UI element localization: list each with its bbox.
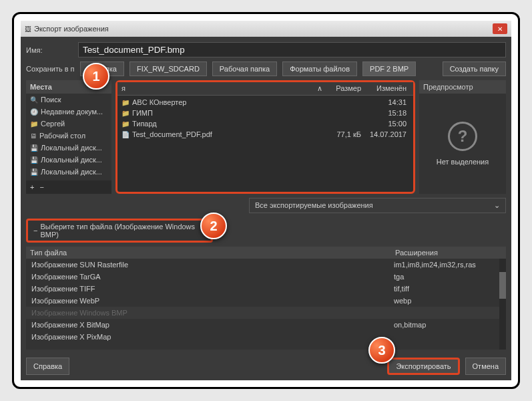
column-size[interactable]: Размер bbox=[322, 84, 361, 93]
place-item[interactable]: 📁Сергей bbox=[26, 118, 111, 130]
file-size bbox=[322, 98, 361, 106]
file-name: ГИМП bbox=[132, 109, 153, 117]
annotation-marker-2: 2 bbox=[200, 213, 227, 239]
file-row[interactable]: 📁Типард15:00 bbox=[117, 118, 413, 129]
save-in-label: Сохранить в п bbox=[26, 65, 75, 73]
place-icon: 💾 bbox=[30, 144, 38, 152]
filetype-row[interactable]: Изображение WebPwebp bbox=[26, 295, 506, 307]
file-modified: 15:18 bbox=[361, 109, 409, 117]
remove-place-button[interactable]: − bbox=[39, 183, 43, 191]
type-name: Изображение TarGA bbox=[31, 273, 394, 281]
filetype-row[interactable]: Изображение Windows BMP bbox=[26, 307, 506, 319]
file-modified: 14.07.2017 bbox=[361, 130, 409, 138]
app-icon: 🖼 bbox=[25, 25, 31, 33]
file-size: 77,1 кБ bbox=[322, 130, 361, 138]
preview-panel: Предпросмотр ? Нет выделения bbox=[419, 80, 506, 194]
type-ext bbox=[394, 333, 501, 341]
type-ext: on,bitmap bbox=[394, 321, 501, 329]
question-icon: ? bbox=[448, 122, 477, 151]
type-name: Изображение TIFF bbox=[31, 285, 394, 293]
path-segment[interactable]: FIX_RW_SDCARD bbox=[129, 61, 207, 76]
file-size bbox=[322, 109, 361, 117]
annotation-marker-3: 3 bbox=[368, 337, 395, 364]
window-title: Экспорт изображения bbox=[34, 25, 109, 33]
name-label: Имя: bbox=[26, 46, 73, 54]
place-icon: 🔍 bbox=[30, 96, 38, 104]
place-item[interactable]: 💾Локальный диск... bbox=[26, 166, 111, 178]
column-modified[interactable]: Изменён bbox=[361, 84, 409, 93]
annotation-marker-1: 1 bbox=[83, 63, 109, 90]
file-modified: 15:00 bbox=[361, 120, 409, 128]
scrollbar[interactable] bbox=[499, 259, 506, 350]
type-name: Изображение X PixMap bbox=[31, 333, 394, 341]
type-name: Изображение Windows BMP bbox=[31, 309, 394, 317]
filetype-row[interactable]: Изображение X PixMap bbox=[26, 331, 506, 343]
preview-header: Предпросмотр bbox=[419, 80, 506, 94]
file-row[interactable]: 📁ГИМП15:18 bbox=[117, 108, 413, 118]
place-label: Локальный диск... bbox=[41, 168, 102, 176]
place-item[interactable]: 🖥Рабочий стол bbox=[26, 130, 111, 142]
filetype-row[interactable]: Изображение TIFFtif,tiff bbox=[26, 283, 506, 295]
place-icon: 💾 bbox=[30, 156, 38, 164]
place-icon: 💿 bbox=[30, 180, 38, 181]
type-column-ext[interactable]: Расширения bbox=[395, 249, 502, 257]
type-ext bbox=[394, 309, 501, 317]
cancel-button[interactable]: Отмена bbox=[465, 358, 506, 375]
place-label: Недавние докум... bbox=[41, 108, 103, 116]
type-ext: webp bbox=[394, 297, 501, 305]
place-item[interactable]: 💾Локальный диск... bbox=[26, 142, 111, 154]
titlebar: 🖼 Экспорт изображения ✕ bbox=[21, 21, 511, 37]
file-browser: я ∧ Размер Изменён 📁ABC КОнвертер14:31📁Г… bbox=[115, 80, 415, 194]
place-label: Локальный диск... bbox=[41, 156, 102, 164]
filetype-row[interactable]: Изображение X BitMapon,bitmap bbox=[26, 319, 506, 331]
type-ext: tif,tiff bbox=[394, 285, 501, 293]
file-name: Типард bbox=[132, 120, 157, 128]
chevron-down-icon: ⌄ bbox=[494, 201, 500, 210]
filetype-expander[interactable]: − Выберите тип файла (Изображение Window… bbox=[26, 219, 213, 243]
path-segment[interactable]: Рабочая папка bbox=[212, 61, 277, 76]
filetype-row[interactable]: Изображение SUN Rasterfileim1,im8,im24,i… bbox=[26, 259, 506, 271]
help-button[interactable]: Справка bbox=[26, 358, 69, 375]
file-name: Test_document_PDF.pdf bbox=[132, 130, 212, 138]
path-segment[interactable]: Форматы файлов bbox=[282, 61, 357, 76]
filename-input[interactable] bbox=[78, 42, 506, 57]
file-row[interactable]: 📁ABC КОнвертер14:31 bbox=[117, 97, 413, 108]
export-filter-dropdown[interactable]: Все экспортируемые изображения ⌄ bbox=[249, 198, 506, 213]
file-icon: 📁 bbox=[121, 99, 129, 106]
create-folder-button[interactable]: Создать папку bbox=[443, 61, 506, 76]
column-name[interactable]: я ∧ bbox=[121, 84, 322, 93]
close-button[interactable]: ✕ bbox=[493, 23, 507, 34]
place-icon: 📁 bbox=[30, 120, 38, 128]
collapse-icon: − bbox=[33, 227, 37, 235]
type-ext: im1,im8,im24,im32,rs,ras bbox=[394, 261, 501, 269]
file-icon: 📁 bbox=[121, 120, 129, 128]
type-column-name[interactable]: Тип файла bbox=[30, 249, 395, 257]
place-item[interactable]: 🕘Недавние докум... bbox=[26, 106, 111, 118]
file-size bbox=[322, 120, 361, 128]
path-segment-current[interactable]: PDF 2 BMP bbox=[362, 61, 416, 76]
place-label: Рабочий стол bbox=[39, 132, 85, 140]
filetype-row[interactable]: Изображение TarGAtga bbox=[26, 271, 506, 283]
place-icon: 🖥 bbox=[30, 132, 37, 140]
place-item[interactable]: 🔍Поиск bbox=[26, 94, 111, 106]
place-label: Поиск bbox=[41, 96, 61, 104]
file-icon: 📁 bbox=[121, 110, 129, 117]
place-item[interactable]: 💾Локальный диск... bbox=[26, 154, 111, 166]
preview-empty-text: Нет выделения bbox=[437, 158, 489, 166]
file-row[interactable]: 📄Test_document_PDF.pdf77,1 кБ14.07.2017 bbox=[117, 129, 413, 140]
place-icon: 💾 bbox=[30, 168, 38, 176]
file-modified: 14:31 bbox=[361, 98, 409, 106]
type-ext: tga bbox=[394, 273, 501, 281]
filetype-table: Тип файла Расширения Изображение SUN Ras… bbox=[26, 247, 506, 350]
type-name: Изображение SUN Rasterfile bbox=[31, 261, 394, 269]
scroll-thumb[interactable] bbox=[499, 272, 506, 299]
place-label: Локальный диск... bbox=[41, 144, 102, 152]
place-label: Сергей bbox=[41, 120, 65, 128]
file-name: ABC КОнвертер bbox=[132, 98, 186, 106]
add-place-button[interactable]: + bbox=[30, 183, 34, 191]
export-button[interactable]: Экспортировать bbox=[387, 358, 459, 375]
place-icon: 🕘 bbox=[30, 108, 38, 116]
type-name: Изображение X BitMap bbox=[31, 321, 394, 329]
places-panel: Места 🔍Поиск🕘Недавние докум...📁Сергей🖥Ра… bbox=[26, 80, 111, 194]
type-name: Изображение WebP bbox=[31, 297, 394, 305]
